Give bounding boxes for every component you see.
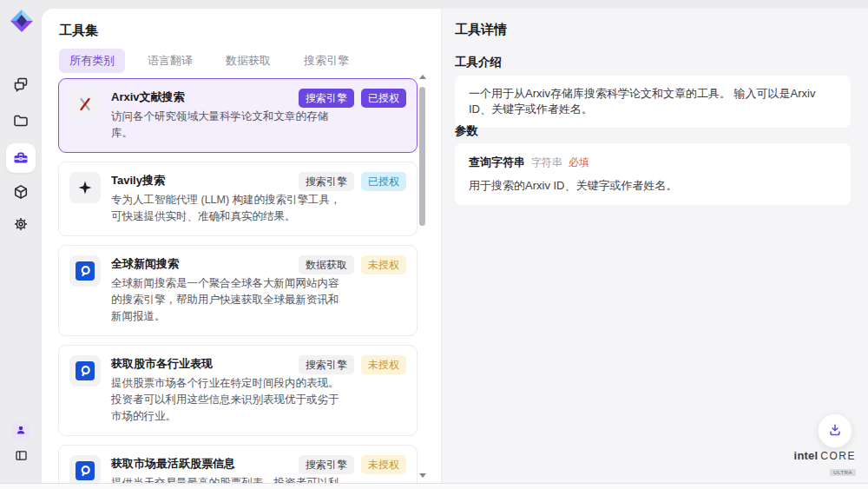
intel-ultra-badge: ultra (830, 469, 856, 476)
download-icon (827, 422, 843, 440)
sidebar-item-chat[interactable] (6, 69, 36, 99)
tool-detail-panel: 工具详情 工具介绍 一个用于从Arxiv存储库搜索科学论文和文章的工具。 输入可… (441, 9, 868, 483)
intro-text: 一个用于从Arxiv存储库搜索科学论文和文章的工具。 输入可以是Arxiv ID… (469, 87, 815, 116)
tab-data-fetching[interactable]: 数据获取 (215, 49, 281, 73)
param-required-flag: 必填 (569, 155, 589, 170)
tool-description: 提供当天交易量最高的股票列表，投资者可以利用这些信息来识别流动性强的股票和潜在的… (111, 475, 344, 483)
tool-list-panel: 工具集 所有类别 语言翻译 数据获取 搜索引擎 (42, 9, 441, 483)
scrollbar-thumb[interactable] (419, 87, 425, 226)
chat-icon (12, 76, 30, 93)
tool-card-badges: 搜索引擎 已授权 (299, 172, 406, 191)
cube-icon (12, 183, 30, 201)
category-badge: 搜索引擎 (299, 89, 354, 108)
tool-description: 专为人工智能代理 (LLM) 构建的搜索引擎工具，可快速提供实时、准确和真实的结… (111, 192, 344, 226)
param-description: 用于搜索的Arxiv ID、关键字或作者姓名。 (469, 178, 837, 194)
auth-status-badge: 未授权 (361, 255, 406, 274)
search-q-icon (76, 461, 95, 480)
param-type: 字符串 (531, 155, 562, 170)
tool-card[interactable]: Arxiv文献搜索 访问各个研究领域大量科学论文和文章的存储库。 搜索引擎 已授… (58, 78, 418, 153)
toolbox-icon (12, 149, 30, 167)
tab-language-translation[interactable]: 语言翻译 (137, 49, 203, 73)
params-heading: 参数 (455, 123, 478, 139)
param-header: 查询字符串 字符串 必填 (469, 155, 837, 170)
sidebar-collapse-button[interactable] (10, 446, 31, 467)
panel-toggle-icon (14, 448, 29, 466)
tool-card-badges: 搜索引擎 已授权 (299, 89, 406, 108)
user-avatar[interactable] (11, 422, 30, 441)
auth-status-badge: 未授权 (361, 455, 406, 474)
folder-icon (12, 112, 30, 129)
tool-card[interactable]: 获取股市各行业表现 提供股票市场各个行业在特定时间段内的表现。投资者可以利用这些… (58, 345, 418, 436)
sidebar-item-files[interactable] (6, 106, 36, 135)
download-button[interactable] (818, 413, 852, 448)
intro-heading: 工具介绍 (455, 55, 502, 70)
tool-description: 提供股票市场各个行业在特定时间段内的表现。投资者可以利用这些信息来识别表现优于或… (111, 375, 344, 426)
category-badge: 搜索引擎 (299, 455, 354, 474)
category-tabs: 所有类别 语言翻译 数据获取 搜索引擎 (59, 49, 359, 73)
auth-status-badge: 已授权 (361, 172, 406, 191)
app-logo (8, 7, 36, 35)
page-title: 工具集 (59, 23, 98, 39)
tool-card[interactable]: 获取市场最活跃股票信息 提供当天交易量最高的股票列表，投资者可以利用这些信息来识… (58, 445, 418, 483)
param-name: 查询字符串 (469, 155, 525, 170)
category-badge: 搜索引擎 (299, 355, 354, 374)
tool-card-list: Arxiv文献搜索 访问各个研究领域大量科学论文和文章的存储库。 搜索引擎 已授… (58, 78, 418, 483)
tool-description: 访问各个研究领域大量科学论文和文章的存储库。 (111, 109, 344, 142)
sparkle-star-icon (76, 179, 94, 196)
list-scrollbar[interactable] (418, 73, 426, 479)
sidebar-item-tools[interactable] (6, 143, 36, 173)
tool-icon (69, 355, 101, 387)
tool-icon (69, 89, 101, 120)
app-window: 工具集 所有类别 语言翻译 数据获取 搜索引擎 (0, 0, 868, 489)
arxiv-logo-icon (76, 96, 94, 113)
tool-card-badges: 搜索引擎 未授权 (299, 455, 406, 474)
sidebar-item-plugins[interactable] (6, 177, 36, 207)
tool-icon (69, 455, 101, 483)
tool-card-badges: 数据获取 未授权 (299, 255, 406, 274)
tab-search-engine[interactable]: 搜索引擎 (293, 49, 359, 73)
scrollbar-down-arrow-icon[interactable] (419, 473, 426, 478)
category-badge: 数据获取 (299, 255, 354, 274)
main-surface: 工具集 所有类别 语言翻译 数据获取 搜索引擎 (42, 9, 868, 483)
sidebar-item-settings[interactable] (6, 209, 36, 239)
detail-title: 工具详情 (455, 22, 507, 38)
param-card: 查询字符串 字符串 必填 用于搜索的Arxiv ID、关键字或作者姓名。 (455, 143, 851, 205)
tool-icon (69, 255, 101, 287)
bottom-strip (0, 483, 868, 489)
tool-description: 全球新闻搜索是一个聚合全球各大新闻网站内容的搜索引擎，帮助用户快速获取全球最新资… (111, 275, 344, 326)
intel-core-logo: intel core ultra (794, 449, 856, 478)
sidebar-rail (0, 0, 42, 489)
intro-card: 一个用于从Arxiv存储库搜索科学论文和文章的工具。 输入可以是Arxiv ID… (455, 76, 851, 128)
person-icon (15, 424, 27, 439)
category-badge: 搜索引擎 (299, 172, 354, 191)
auth-status-badge: 已授权 (361, 89, 406, 108)
tool-icon (69, 172, 101, 203)
search-q-icon (76, 361, 95, 380)
tool-card[interactable]: Tavily搜索 专为人工智能代理 (LLM) 构建的搜索引擎工具，可快速提供实… (58, 162, 418, 236)
tool-card[interactable]: 全球新闻搜索 全球新闻搜索是一个聚合全球各大新闻网站内容的搜索引擎，帮助用户快速… (58, 245, 418, 336)
tab-all-categories[interactable]: 所有类别 (59, 49, 125, 73)
search-q-icon (76, 261, 95, 281)
tool-card-badges: 搜索引擎 未授权 (299, 355, 406, 374)
scrollbar-up-arrow-icon[interactable] (419, 75, 426, 79)
gear-icon (12, 215, 30, 233)
auth-status-badge: 未授权 (361, 355, 406, 374)
